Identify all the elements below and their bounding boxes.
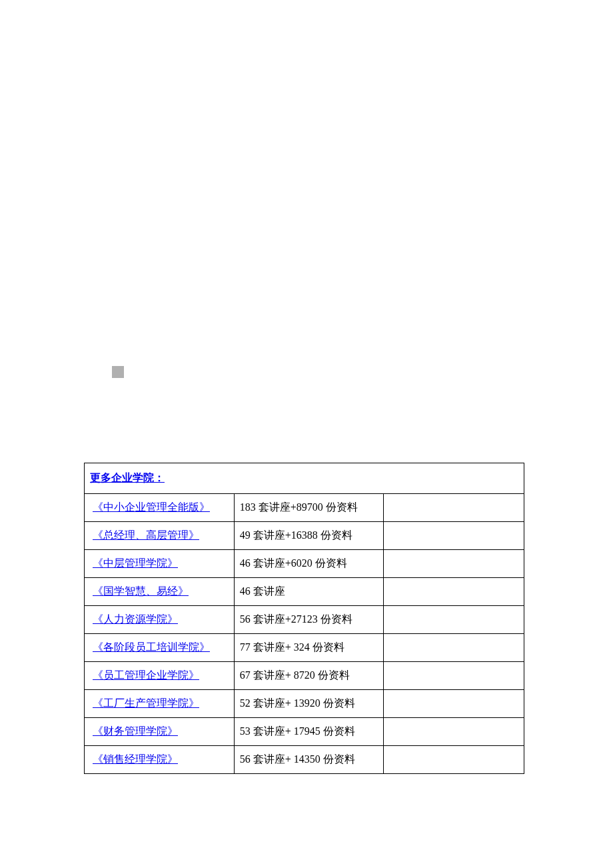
course-name-link[interactable]: 《各阶段员工培训学院》 [93,641,210,653]
course-name-link[interactable]: 《中小企业管理全能版》 [93,501,210,513]
empty-cell [384,718,524,746]
table-row: 《工厂生产管理学院》 52 套讲座+ 13920 份资料 [85,690,524,718]
course-desc-cell: 183 套讲座+89700 份资料 [234,494,384,522]
header-link[interactable]: 更多企业学院： [90,472,165,483]
course-name-link[interactable]: 《人力资源学院》 [93,613,178,625]
course-name-link[interactable]: 《总经理、高层管理》 [93,529,199,541]
empty-cell [384,606,524,634]
course-desc-cell: 77 套讲座+ 324 份资料 [234,634,384,662]
course-name-cell: 《总经理、高层管理》 [85,522,235,550]
course-table: 更多企业学院： 《中小企业管理全能版》 183 套讲座+89700 份资料 《总… [84,463,524,774]
empty-cell [384,494,524,522]
course-name-link[interactable]: 《销售经理学院》 [93,753,178,765]
course-name-link[interactable]: 《员工管理企业学院》 [93,669,199,681]
table-row: 《财务管理学院》 53 套讲座+ 17945 份资料 [85,718,524,746]
course-name-link[interactable]: 《中层管理学院》 [93,557,178,569]
course-name-cell: 《国学智慧、易经》 [85,578,235,606]
course-name-cell: 《财务管理学院》 [85,718,235,746]
table-header-cell: 更多企业学院： [85,463,524,494]
table-row: 《人力资源学院》 56 套讲座+27123 份资料 [85,606,524,634]
table-row: 《总经理、高层管理》 49 套讲座+16388 份资料 [85,522,524,550]
course-desc-cell: 49 套讲座+16388 份资料 [234,522,384,550]
course-name-cell: 《中小企业管理全能版》 [85,494,235,522]
course-name-cell: 《人力资源学院》 [85,606,235,634]
empty-cell [384,690,524,718]
empty-cell [384,522,524,550]
empty-cell [384,550,524,578]
table-row: 《销售经理学院》 56 套讲座+ 14350 份资料 [85,746,524,774]
course-desc-cell: 46 套讲座+6020 份资料 [234,550,384,578]
course-name-cell: 《各阶段员工培训学院》 [85,634,235,662]
course-name-link[interactable]: 《财务管理学院》 [93,725,178,737]
table-row: 《各阶段员工培训学院》 77 套讲座+ 324 份资料 [85,634,524,662]
course-desc-cell: 67 套讲座+ 8720 份资料 [234,662,384,690]
decorative-square [112,366,124,378]
course-desc-cell: 52 套讲座+ 13920 份资料 [234,690,384,718]
course-name-cell: 《工厂生产管理学院》 [85,690,235,718]
course-desc-cell: 56 套讲座+ 14350 份资料 [234,746,384,774]
course-name-cell: 《销售经理学院》 [85,746,235,774]
table-row: 《员工管理企业学院》 67 套讲座+ 8720 份资料 [85,662,524,690]
course-name-link[interactable]: 《工厂生产管理学院》 [93,697,199,709]
course-desc-cell: 53 套讲座+ 17945 份资料 [234,718,384,746]
table-header-row: 更多企业学院： [85,463,524,494]
empty-cell [384,746,524,774]
course-name-cell: 《中层管理学院》 [85,550,235,578]
course-table-container: 更多企业学院： 《中小企业管理全能版》 183 套讲座+89700 份资料 《总… [84,463,524,774]
empty-cell [384,662,524,690]
table-row: 《中小企业管理全能版》 183 套讲座+89700 份资料 [85,494,524,522]
empty-cell [384,634,524,662]
course-name-cell: 《员工管理企业学院》 [85,662,235,690]
empty-cell [384,578,524,606]
table-row: 《中层管理学院》 46 套讲座+6020 份资料 [85,550,524,578]
course-desc-cell: 56 套讲座+27123 份资料 [234,606,384,634]
table-row: 《国学智慧、易经》 46 套讲座 [85,578,524,606]
course-name-link[interactable]: 《国学智慧、易经》 [93,585,189,597]
course-desc-cell: 46 套讲座 [234,578,384,606]
